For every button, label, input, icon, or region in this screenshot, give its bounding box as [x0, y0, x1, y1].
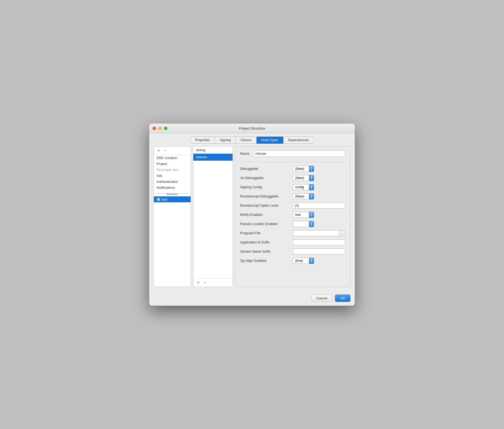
pseudo-locales-value [293, 221, 309, 227]
name-row: Name: [240, 150, 345, 157]
jni-debuggable-value: (false) [293, 175, 309, 181]
renderscript-debuggable-value: (false) [293, 193, 309, 199]
name-label: Name: [240, 152, 250, 156]
jni-debuggable-label: Jni Debuggable [240, 176, 293, 180]
build-types-panel: debug release + − [193, 146, 233, 287]
build-type-debug[interactable]: debug [193, 147, 233, 154]
build-type-form: Name: Debuggable (false) ▲ ▼ [235, 146, 350, 287]
build-types-footer: + − [193, 278, 233, 287]
tab-signing[interactable]: Signing [215, 137, 236, 144]
signing-config-row: Signing Config config ▲ ▼ [240, 184, 345, 190]
version-name-suffix-row: Version Name Suffix [240, 249, 345, 255]
renderscript-debuggable-label: Renderscript Debuggable [240, 194, 293, 198]
build-type-release[interactable]: release [193, 154, 233, 161]
sidebar-item-authentication[interactable]: Authentication [154, 179, 191, 185]
tab-properties[interactable]: Properties [190, 137, 215, 144]
arrow-down-icon: ▼ [310, 187, 313, 190]
maximize-button[interactable] [164, 127, 167, 130]
project-structure-window: Project Structure Properties Signing Fla… [149, 124, 355, 306]
arrow-down-icon: ▼ [310, 261, 313, 263]
proguard-label: Proguard File [240, 231, 293, 235]
minify-enabled-label: Minify Enabled [240, 213, 293, 217]
app-id-suffix-row: Application Id Suffix [240, 239, 345, 245]
sidebar: + − SDK Location Project Developer Ser..… [154, 146, 191, 287]
pseudo-locales-arrows[interactable]: ▲ ▼ [309, 221, 314, 227]
app-id-suffix-input[interactable] [293, 239, 345, 245]
renderscript-debuggable-arrows[interactable]: ▲ ▼ [309, 193, 314, 199]
pseudo-locales-select[interactable]: ▲ ▼ [293, 221, 314, 227]
modules-section-header: Modules [154, 191, 191, 196]
arrow-down-icon: ▼ [310, 178, 313, 180]
sidebar-item-ads[interactable]: Ads [154, 173, 191, 179]
sidebar-remove-button[interactable]: − [163, 148, 168, 153]
tab-dependencies[interactable]: Dependencies [283, 137, 314, 144]
signing-config-label: Signing Config [240, 185, 293, 189]
zip-align-select[interactable]: (true) ▲ ▼ [293, 258, 314, 264]
zip-align-row: Zip Align Enabled (true) ▲ ▼ [240, 258, 345, 264]
arrow-down-icon: ▼ [310, 215, 313, 217]
zip-align-label: Zip Align Enabled [240, 259, 293, 263]
tab-build-types[interactable]: Build Types [257, 137, 283, 144]
window-title: Project Structure [239, 126, 265, 130]
renderscript-debuggable-select[interactable]: (false) ▲ ▼ [293, 193, 314, 199]
sidebar-item-project[interactable]: Project [154, 161, 191, 167]
arrow-down-icon: ▼ [310, 224, 313, 226]
arrow-down-icon: ▼ [310, 196, 313, 199]
app-id-suffix-label: Application Id Suffix [240, 240, 293, 244]
signing-config-arrows[interactable]: ▲ ▼ [309, 184, 314, 190]
zip-align-value: (true) [293, 258, 309, 264]
module-icon: ▣ [157, 197, 160, 201]
version-name-suffix-input[interactable] [293, 249, 345, 255]
sidebar-item-sdk-location[interactable]: SDK Location [154, 155, 191, 161]
version-name-suffix-label: Version Name Suffix [240, 250, 293, 253]
sidebar-add-button[interactable]: + [156, 148, 161, 153]
renderscript-optim-input[interactable] [293, 203, 345, 209]
renderscript-optim-label: Renderscript Optim Level [240, 204, 293, 207]
jni-debuggable-arrows[interactable]: ▲ ▼ [309, 175, 314, 181]
minimize-button[interactable] [158, 127, 162, 130]
form-divider [240, 162, 345, 162]
minify-enabled-arrows[interactable]: ▲ ▼ [309, 212, 314, 218]
debuggable-arrows[interactable]: ▲ ▼ [309, 166, 314, 172]
proguard-input[interactable] [293, 230, 339, 236]
ok-button[interactable]: OK [335, 295, 350, 302]
minify-enabled-select[interactable]: true ▲ ▼ [293, 212, 314, 218]
proguard-browse-button[interactable]: ... [339, 230, 345, 236]
build-type-add-button[interactable]: + [195, 280, 201, 285]
window-content: Properties Signing Flavors Build Types D… [149, 133, 355, 291]
sidebar-module-app[interactable]: ▣ app [154, 196, 191, 202]
build-types-list: debug release [193, 147, 233, 278]
module-app-label: app [162, 197, 167, 201]
window-footer: Cancel OK [149, 291, 355, 306]
sidebar-item-notifications[interactable]: Notifications [154, 185, 191, 191]
zip-align-arrows[interactable]: ▲ ▼ [309, 258, 314, 264]
sidebar-tools: + − [154, 147, 191, 155]
debuggable-select[interactable]: (false) ▲ ▼ [293, 166, 314, 172]
signing-config-select[interactable]: config ▲ ▼ [293, 184, 314, 190]
build-type-remove-button[interactable]: − [202, 280, 207, 285]
debuggable-label: Debuggable [240, 167, 293, 171]
pseudo-locales-label: Pseudo Locales Enabled [240, 222, 293, 226]
proguard-row: Proguard File ... [240, 230, 345, 236]
tab-flavors[interactable]: Flavors [236, 137, 256, 144]
debuggable-value: (false) [293, 166, 309, 172]
minify-enabled-value: true [293, 212, 309, 218]
main-body: + − SDK Location Project Developer Ser..… [154, 146, 350, 287]
titlebar: Project Structure [149, 124, 355, 133]
arrow-down-icon: ▼ [310, 169, 313, 171]
tabs-row: Properties Signing Flavors Build Types D… [154, 137, 350, 144]
traffic-lights [152, 127, 167, 130]
cancel-button[interactable]: Cancel [311, 295, 332, 302]
jni-debuggable-row: Jni Debuggable (false) ▲ ▼ [240, 175, 345, 181]
name-input[interactable] [253, 150, 345, 157]
signing-config-value: config [293, 184, 309, 190]
debuggable-row: Debuggable (false) ▲ ▼ [240, 166, 345, 172]
sidebar-item-developer-services[interactable]: Developer Ser... [154, 167, 191, 173]
jni-debuggable-select[interactable]: (false) ▲ ▼ [293, 175, 314, 181]
minify-enabled-row: Minify Enabled true ▲ ▼ [240, 212, 345, 218]
renderscript-debuggable-row: Renderscript Debuggable (false) ▲ ▼ [240, 193, 345, 199]
close-button[interactable] [152, 127, 156, 130]
pseudo-locales-row: Pseudo Locales Enabled ▲ ▼ [240, 221, 345, 227]
renderscript-optim-row: Renderscript Optim Level [240, 203, 345, 209]
